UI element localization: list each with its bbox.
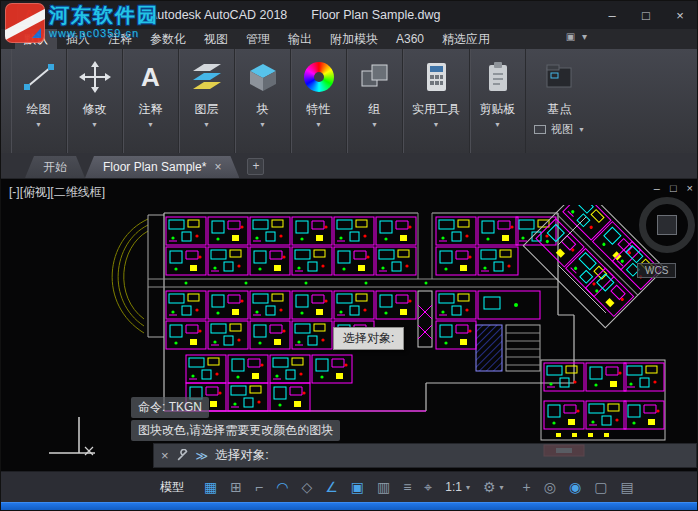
command-close-icon[interactable]: × bbox=[161, 448, 169, 463]
utilities-icon bbox=[420, 55, 452, 99]
panel-basepoint[interactable]: 基点 bbox=[526, 49, 593, 120]
new-tab-button[interactable]: + bbox=[247, 158, 264, 175]
panel-draw[interactable]: 绘图 ▼ bbox=[11, 49, 67, 153]
drawing-close-icon[interactable]: × bbox=[687, 182, 693, 194]
chevron-down-icon: ▼ bbox=[35, 121, 42, 128]
panel-label: 基点 bbox=[547, 101, 571, 118]
panel-utilities[interactable]: 实用工具 ▼ bbox=[403, 49, 470, 153]
panel-label: 修改 bbox=[83, 101, 107, 118]
ribbon-tab-a360[interactable]: A360 bbox=[387, 29, 433, 49]
workspace-switch-button[interactable]: ⚙ ▾ bbox=[483, 480, 504, 494]
tab-label: 开始 bbox=[43, 159, 67, 176]
ribbon-tab-featured-apps[interactable]: 精选应用 bbox=[433, 29, 499, 49]
annotation-monitor-icon[interactable]: + bbox=[523, 480, 531, 494]
command-customize-wrench-icon[interactable] bbox=[176, 449, 189, 462]
wcs-selector[interactable]: WCS bbox=[637, 263, 676, 278]
panel-label: 实用工具 bbox=[412, 101, 460, 118]
ribbon-tab-manage[interactable]: 管理 bbox=[237, 29, 279, 49]
panel-block[interactable]: 块 ▼ bbox=[235, 49, 291, 153]
command-line[interactable]: × ≫ 选择对象: bbox=[153, 443, 697, 468]
chevron-down-icon: ▼ bbox=[494, 121, 501, 128]
close-button[interactable]: × bbox=[663, 1, 697, 29]
command-prompt-text[interactable]: 选择对象: bbox=[215, 447, 268, 464]
app-title: Autodesk AutoCAD 2018 bbox=[149, 8, 287, 22]
viewport-controls-label[interactable]: [-][俯视][二维线框] bbox=[9, 184, 105, 201]
cursor-tooltip: 选择对象: bbox=[333, 327, 404, 350]
panel-clipboard[interactable]: 剪贴板 ▼ bbox=[470, 49, 526, 153]
watermark: 河东软件园 www.pc0359.cn bbox=[5, 3, 159, 43]
layers-icon bbox=[189, 55, 225, 99]
object-snap-icon[interactable]: ▣ bbox=[351, 480, 364, 494]
panel-label: 绘图 bbox=[27, 101, 51, 118]
autocad-window: A Autodesk AutoCAD 2018 Floor Plan Sampl… bbox=[0, 0, 698, 511]
drawing-minimize-icon[interactable]: – bbox=[654, 182, 660, 194]
annotation-scale-button[interactable]: 1:1 ▾ bbox=[445, 480, 470, 494]
annotate-icon: A bbox=[141, 64, 160, 90]
file-tab-bar: 开始 Floor Plan Sample* × + bbox=[1, 153, 697, 179]
tab-label: Floor Plan Sample* bbox=[103, 160, 206, 174]
dynamic-input-icon[interactable]: ⌖ bbox=[424, 480, 432, 494]
grid-display-icon[interactable]: ▦ bbox=[204, 480, 217, 494]
properties-wheel-icon bbox=[304, 62, 334, 92]
viewcube-top-face[interactable] bbox=[657, 215, 677, 235]
chevron-down-icon: ▾ bbox=[500, 483, 504, 492]
groups-icon bbox=[359, 55, 391, 99]
watermark-logo-icon bbox=[5, 3, 45, 43]
panel-label: 组 bbox=[369, 101, 381, 118]
isometric-drafting-icon[interactable]: ◇ bbox=[301, 480, 312, 494]
chevron-down-icon: ▼ bbox=[91, 121, 98, 128]
panel-groups[interactable]: 组 ▼ bbox=[347, 49, 403, 153]
minimize-button[interactable]: – bbox=[595, 1, 629, 29]
object-snap-tracking-icon[interactable]: ∠ bbox=[325, 480, 338, 494]
ucs-icon bbox=[47, 415, 101, 463]
panel-annotate[interactable]: A 注释 ▼ bbox=[123, 49, 179, 153]
panel-layers[interactable]: 图层 ▼ bbox=[179, 49, 235, 153]
transparency-icon[interactable]: ▥ bbox=[377, 480, 390, 494]
customization-menu-icon[interactable]: ▤ bbox=[620, 480, 633, 494]
chevron-down-icon: ▼ bbox=[203, 121, 210, 128]
status-bar: 模型 ▦ ⊞ ⌐ ◠ ◇ ∠ ▣ ▥ ≡ ⌖ 1:1 ▾ ⚙ ▾ + ◎ ◉ ▢… bbox=[1, 471, 697, 502]
drawing-restore-icon[interactable]: □ bbox=[670, 182, 677, 194]
ortho-mode-icon[interactable]: ⌐ bbox=[255, 480, 263, 494]
view-panel-icon bbox=[534, 125, 546, 134]
panel-modify[interactable]: 修改 ▼ bbox=[67, 49, 123, 153]
chevron-down-icon: ▼ bbox=[578, 126, 585, 133]
isolate-objects-icon[interactable]: ◎ bbox=[544, 480, 556, 494]
ribbon-tab-addins[interactable]: 附加模块 bbox=[321, 29, 387, 49]
command-history-line: 图块改色,请选择需要更改颜色的图块 bbox=[131, 420, 340, 441]
chevron-down-icon: ▼ bbox=[315, 121, 322, 128]
polar-tracking-icon[interactable]: ◠ bbox=[276, 480, 288, 494]
drawing-area[interactable]: [-][俯视][二维线框] – □ × bbox=[1, 179, 697, 471]
chevron-down-icon: ▼ bbox=[147, 121, 154, 128]
panel-view[interactable]: 视图 ▼ bbox=[526, 120, 593, 141]
basepoint-icon bbox=[543, 55, 575, 99]
panel-label: 注释 bbox=[139, 101, 163, 118]
viewcube[interactable] bbox=[639, 197, 695, 253]
draw-line-icon bbox=[21, 55, 57, 99]
snap-mode-icon[interactable]: ⊞ bbox=[230, 480, 242, 494]
lineweight-icon[interactable]: ≡ bbox=[403, 480, 411, 494]
tab-floor-plan-sample[interactable]: Floor Plan Sample* × bbox=[85, 156, 239, 178]
panel-properties[interactable]: 特性 ▼ bbox=[291, 49, 347, 153]
maximize-button[interactable]: □ bbox=[629, 1, 663, 29]
ribbon-tab-output[interactable]: 输出 bbox=[279, 29, 321, 49]
clean-screen-icon[interactable]: ▢ bbox=[594, 480, 607, 494]
block-icon bbox=[246, 55, 280, 99]
panel-label: 图层 bbox=[195, 101, 219, 118]
tab-close-icon[interactable]: × bbox=[214, 160, 221, 174]
panel-label: 块 bbox=[257, 101, 269, 118]
watermark-site-name: 河东软件园 bbox=[49, 3, 159, 27]
ribbon-tab-view[interactable]: 视图 bbox=[195, 29, 237, 49]
chevron-down-icon: ▼ bbox=[433, 121, 440, 128]
command-prompt-icon: ≫ bbox=[196, 449, 209, 463]
model-space-button[interactable]: 模型 bbox=[153, 476, 191, 499]
tab-start[interactable]: 开始 bbox=[25, 156, 85, 178]
ribbon-display-toggle[interactable]: ▣ ▾ bbox=[566, 31, 589, 42]
chevron-down-icon: ▼ bbox=[371, 121, 378, 128]
graphics-performance-icon[interactable]: ◉ bbox=[569, 480, 581, 494]
gear-icon: ⚙ bbox=[483, 480, 496, 494]
bottom-accent-bar bbox=[1, 502, 697, 511]
document-title: Floor Plan Sample.dwg bbox=[311, 8, 440, 22]
modify-icon bbox=[78, 55, 112, 99]
panel-label: 剪贴板 bbox=[480, 101, 516, 118]
